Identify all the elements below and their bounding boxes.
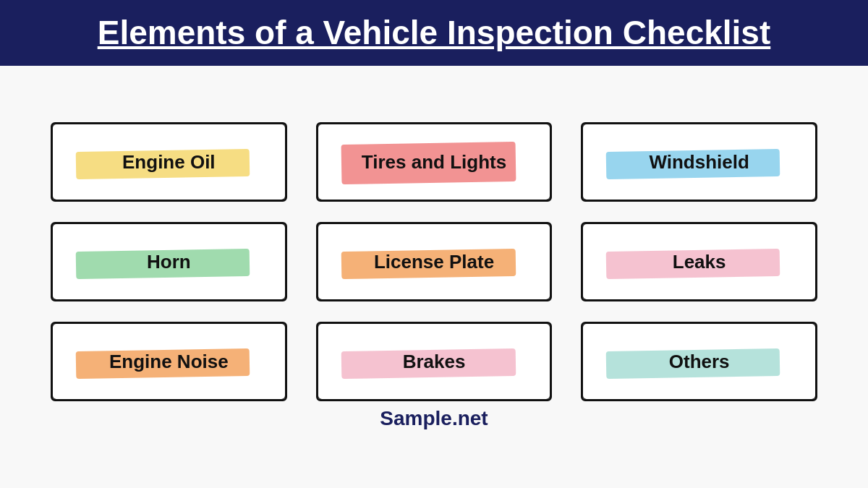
checklist-grid: Engine OilTires and LightsWindshieldHorn…: [51, 122, 817, 401]
page-header: Elements of a Vehicle Inspection Checkli…: [0, 0, 868, 66]
card-license-plate: License Plate: [316, 222, 553, 301]
card-engine-noise: Engine Noise: [51, 322, 287, 401]
footer-label: Sample.net: [380, 401, 488, 439]
card-label-horn: Horn: [140, 251, 198, 273]
card-label-leaks: Leaks: [665, 251, 733, 273]
card-leaks: Leaks: [581, 222, 817, 301]
card-label-engine-noise: Engine Noise: [102, 351, 236, 373]
card-horn: Horn: [51, 222, 287, 301]
page-title: Elements of a Vehicle Inspection Checkli…: [43, 13, 825, 53]
card-label-engine-oil: Engine Oil: [115, 151, 223, 174]
card-label-others: Others: [662, 351, 737, 373]
card-brakes: Brakes: [316, 322, 553, 401]
card-windshield: Windshield: [581, 122, 817, 202]
card-label-windshield: Windshield: [642, 151, 756, 174]
card-others: Others: [581, 322, 817, 401]
card-engine-oil: Engine Oil: [51, 122, 287, 202]
card-tires-and-lights: Tires and Lights: [316, 122, 553, 202]
main-content: Engine OilTires and LightsWindshieldHorn…: [0, 66, 868, 488]
card-label-license-plate: License Plate: [367, 251, 501, 273]
card-label-brakes: Brakes: [396, 351, 473, 373]
card-label-tires-and-lights: Tires and Lights: [354, 151, 514, 174]
